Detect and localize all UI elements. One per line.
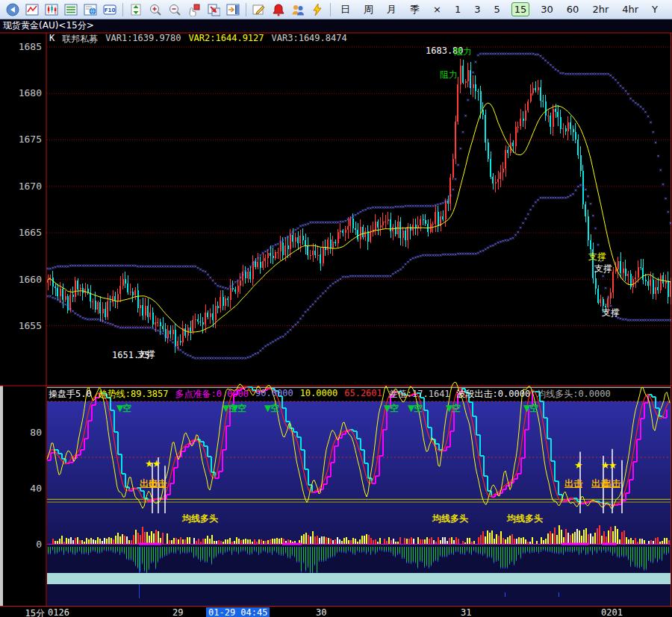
oscillator-tick-label: 0 xyxy=(0,539,42,550)
svg-text:×: × xyxy=(656,153,660,158)
f10-info-button[interactable]: F10 xyxy=(101,1,119,19)
toolbar-separator xyxy=(122,3,123,16)
svg-text:×: × xyxy=(451,187,455,192)
price-annotation: 支撑 xyxy=(137,348,155,361)
period-button-30[interactable]: 30 xyxy=(538,3,556,16)
drag-hand-icon xyxy=(187,3,201,16)
period-button-季[interactable]: 季 xyxy=(408,2,422,17)
instrument-title-bar: 现货黄金(AU)<15分> xyxy=(0,19,672,31)
alert-bell-button[interactable] xyxy=(270,1,287,19)
time-tick-label: 29 xyxy=(172,607,183,617)
svg-text:×: × xyxy=(473,59,477,64)
period-button-4hr[interactable]: 4hr xyxy=(620,3,641,16)
kline-button[interactable] xyxy=(43,1,60,19)
draw-tool-button[interactable] xyxy=(250,1,268,19)
users-button[interactable] xyxy=(289,1,307,19)
svg-text:×: × xyxy=(596,242,600,247)
period-button-2hr[interactable]: 2hr xyxy=(590,3,611,16)
svg-text:×: × xyxy=(606,295,610,300)
svg-text:×: × xyxy=(584,187,588,192)
svg-text:×: × xyxy=(586,193,590,198)
svg-text:×: × xyxy=(591,213,595,218)
indicator-header-item: VAR2:1644.9127 xyxy=(188,33,264,46)
oscillator-header-item: 10.0000 xyxy=(300,388,338,401)
report-list-button[interactable] xyxy=(62,1,80,19)
svg-text:×: × xyxy=(519,225,523,230)
period-button-×[interactable]: × xyxy=(431,3,444,16)
short-signal-marker: ▼空 xyxy=(231,402,246,415)
price-tick-label: 1680 xyxy=(0,87,42,98)
svg-text:×: × xyxy=(461,129,465,134)
period-button-1[interactable]: 1 xyxy=(452,3,463,16)
users-icon xyxy=(291,3,305,16)
star-signal-marker: ★★ xyxy=(601,460,615,471)
svg-text:×: × xyxy=(666,209,670,214)
alert-bell-icon xyxy=(272,3,285,16)
period-button-60[interactable]: 60 xyxy=(564,3,582,16)
drag-hand-button[interactable] xyxy=(185,1,203,19)
export-chart-icon xyxy=(207,3,220,16)
goto-bar-button[interactable] xyxy=(224,1,242,19)
price-tick-label: 1665 xyxy=(0,227,42,238)
period-button-5[interactable]: 5 xyxy=(491,3,502,16)
svg-text:×: × xyxy=(604,285,608,290)
period-button-月[interactable]: 月 xyxy=(385,2,399,17)
market-globe-button[interactable] xyxy=(81,1,99,19)
price-tick-label: 1685 xyxy=(0,41,42,52)
f10-info-icon: F10 xyxy=(103,3,116,16)
period-button-3[interactable]: 3 xyxy=(472,3,482,16)
oscillator-header-item: 90.0000 xyxy=(255,388,293,401)
svg-text:×: × xyxy=(659,167,662,172)
svg-text:×: × xyxy=(464,113,467,118)
market-globe-icon xyxy=(84,3,97,16)
back-icon xyxy=(6,3,19,16)
price-annotation: 支撑 xyxy=(588,251,606,263)
flash-button[interactable] xyxy=(308,1,326,19)
trend-line-button[interactable] xyxy=(23,1,41,19)
period-button-周[interactable]: 周 xyxy=(361,2,376,17)
svg-text:×: × xyxy=(454,176,458,181)
attack-signal-label: 出击 xyxy=(603,477,620,490)
kline-icon xyxy=(45,3,58,16)
oscillator-header-item: 多点准备:0.0000 xyxy=(175,388,249,401)
oscillator-header-item: 趋势线:89.3857 xyxy=(99,388,169,401)
svg-text:×: × xyxy=(594,225,597,231)
svg-text:×: × xyxy=(654,140,658,145)
svg-text:×: × xyxy=(471,69,475,75)
export-chart-button[interactable] xyxy=(205,1,223,19)
oscillator-tick-label: 40 xyxy=(0,483,42,494)
svg-text:F10: F10 xyxy=(105,7,116,13)
short-signal-marker: ▼空 xyxy=(523,402,538,415)
price-annotation: 支撑 xyxy=(594,263,612,275)
price-tick-label: 1660 xyxy=(0,274,42,285)
crosshair-time-label: 01-29 04:45 xyxy=(206,607,270,617)
toolbar-separator xyxy=(246,3,246,16)
period-button-15[interactable]: 15 xyxy=(511,2,530,16)
short-signal-marker: ▼空 xyxy=(264,402,279,415)
indicator-header: K联邦私募VAR1:1639.9780VAR2:1644.9127VAR3:16… xyxy=(49,33,347,46)
svg-text:×: × xyxy=(588,201,592,206)
period-button-Y[interactable]: Y xyxy=(650,3,660,16)
svg-text:×: × xyxy=(458,145,462,151)
chart-area[interactable]: ××××××××××××××××××××××××××××××××××××××××… xyxy=(0,31,672,606)
time-axis[interactable]: 15分 01262901-29 04:4530310201 xyxy=(0,606,672,617)
chart-canvas[interactable]: ××××××××××××××××××××××××××××××××××××××××… xyxy=(0,31,672,606)
oscillator-header-item: 波段出击:0.0000 xyxy=(457,388,531,401)
period-button-日[interactable]: 日 xyxy=(338,2,352,17)
zoom-in-button[interactable] xyxy=(146,1,164,19)
back-button[interactable] xyxy=(4,1,22,19)
svg-text:×: × xyxy=(516,229,520,234)
refresh-button[interactable] xyxy=(127,1,145,19)
trend-line-icon xyxy=(25,3,39,16)
draw-tool-icon xyxy=(252,3,266,16)
oscillator-header-item: 65.2601 xyxy=(344,388,382,401)
svg-text:×: × xyxy=(466,97,470,102)
ma-bullish-label: 均线多头 xyxy=(432,513,468,525)
svg-text:×: × xyxy=(646,113,650,119)
zoom-in-icon xyxy=(149,3,162,16)
time-tick-label: 0126 xyxy=(48,607,69,617)
svg-text:×: × xyxy=(669,220,672,225)
oscillator-tick-label: 80 xyxy=(0,427,42,438)
flash-icon xyxy=(311,3,324,16)
zoom-out-button[interactable] xyxy=(166,1,184,19)
